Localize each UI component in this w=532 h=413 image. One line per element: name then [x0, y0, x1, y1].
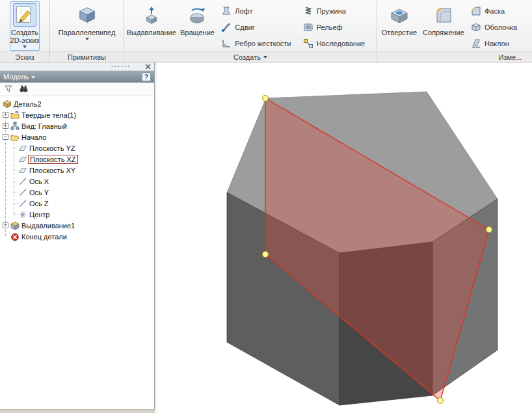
- selected-tree-label: Плоскость XZ: [28, 155, 78, 164]
- center-point-icon: [18, 210, 27, 219]
- filter-icon: [4, 84, 13, 93]
- workplane-icon: [18, 144, 27, 153]
- end-of-part-icon: [10, 232, 20, 241]
- draft-icon: [471, 38, 481, 49]
- modify-small-column: Фаска Оболочка Наклон: [467, 1, 532, 51]
- chevron-down-icon[interactable]: [31, 76, 35, 79]
- coil-icon: [303, 6, 313, 16]
- group-label-modify: Изме...: [377, 51, 532, 62]
- drag-handle-icon[interactable]: [111, 65, 130, 68]
- part-icon: [3, 100, 12, 109]
- group-label-primitives: Примитивы: [50, 51, 124, 62]
- panel-grip-bar[interactable]: [0, 62, 154, 71]
- tree-item-axis-z[interactable]: Ось Z: [0, 198, 154, 209]
- axis-icon: [18, 188, 27, 197]
- fillet-icon: [432, 3, 455, 27]
- extrusion-feature-icon: [10, 221, 20, 230]
- expand-icon[interactable]: [3, 222, 8, 228]
- tree-item-part2[interactable]: Деталь2: [0, 98, 154, 109]
- ribbon: Создать 2D-эскиз Эскиз Параллелепипед: [0, 0, 532, 62]
- axis-icon: [18, 177, 27, 186]
- shell-button[interactable]: Оболочка: [467, 19, 532, 35]
- tree-item-origin[interactable]: Начало: [0, 131, 154, 142]
- model-scene: [157, 62, 532, 413]
- browser-toolbar: [0, 83, 154, 96]
- chamfer-button[interactable]: Фаска: [467, 3, 532, 19]
- chevron-down-icon: [23, 46, 27, 48]
- expand-icon[interactable]: [3, 123, 8, 129]
- graphics-viewport[interactable]: [157, 62, 532, 413]
- plane-grip[interactable]: [263, 252, 269, 258]
- tree-item-axis-x[interactable]: Ось X: [0, 176, 154, 187]
- filter-button[interactable]: [4, 84, 13, 94]
- loft-button[interactable]: Лофт: [217, 3, 299, 19]
- ribbon-group-modify: Отверстие Сопряжение: [377, 0, 532, 62]
- tree-item-view-main[interactable]: Вид: Главный: [0, 120, 154, 131]
- emboss-button[interactable]: Рельеф: [299, 19, 375, 35]
- tree-item-center[interactable]: Центр: [0, 209, 154, 220]
- box-icon: [75, 3, 99, 27]
- collapse-icon[interactable]: [3, 134, 8, 140]
- loft-icon: [221, 6, 232, 16]
- axis-icon: [18, 199, 27, 208]
- rib-icon: [221, 38, 232, 49]
- panel-bottom-edge: [0, 409, 155, 413]
- tree-item-solid-bodies[interactable]: Твердые тела(1): [0, 109, 154, 120]
- model-tree: Деталь2 Твердые тела(1) Вид: Главный: [0, 96, 154, 409]
- browser-title-bar: Модель ?: [0, 71, 154, 83]
- rib-button[interactable]: Ребро жесткости: [217, 35, 299, 51]
- origin-folder-icon: [10, 133, 20, 142]
- button-label: Отверстие: [382, 29, 417, 36]
- coil-button[interactable]: Пружина: [299, 3, 375, 19]
- browser-title[interactable]: Модель: [3, 73, 29, 81]
- tree-item-plane-xz[interactable]: Плоскость XZ: [0, 153, 154, 165]
- plane-grip[interactable]: [438, 398, 444, 404]
- tree-item-plane-xy[interactable]: Плоскость XY: [0, 165, 154, 176]
- revolve-icon: [185, 3, 209, 27]
- workplane-icon: [18, 166, 27, 175]
- sketch-icon: [13, 3, 36, 27]
- box-primitive-button[interactable]: Параллелепипед: [53, 1, 121, 51]
- emboss-icon: [303, 22, 313, 33]
- revolve-button[interactable]: Вращение: [178, 1, 218, 51]
- tree-item-end-of-part[interactable]: Конец детали: [0, 231, 154, 242]
- button-label: 2D-эскиз: [10, 36, 40, 44]
- sweep-icon: [221, 22, 232, 33]
- fillet-button[interactable]: Сопряжение: [420, 1, 467, 51]
- draft-button[interactable]: Наклон: [467, 35, 532, 51]
- binoculars-icon: [19, 84, 29, 93]
- chevron-down-icon: [263, 56, 267, 59]
- create-small-column-1: Лофт Сдвиг Ребро жесткости: [217, 1, 299, 51]
- plane-grip[interactable]: [486, 227, 492, 233]
- expand-icon[interactable]: [3, 112, 8, 118]
- help-button[interactable]: ?: [142, 72, 151, 81]
- tree-item-plane-yz[interactable]: Плоскость YZ: [0, 142, 154, 153]
- shell-icon: [471, 22, 481, 33]
- chevron-down-icon: [85, 38, 89, 40]
- chamfer-icon: [471, 6, 481, 16]
- find-button[interactable]: [19, 84, 29, 94]
- sweep-button[interactable]: Сдвиг: [217, 19, 299, 35]
- view-representation-icon: [10, 122, 20, 131]
- extrude-button[interactable]: Выдавливание: [126, 1, 178, 51]
- tree-item-extrusion1[interactable]: Выдавливание1: [0, 220, 154, 231]
- plane-grip[interactable]: [263, 96, 269, 101]
- ribbon-group-primitives: Параллелепипед Примитивы: [50, 0, 124, 62]
- close-icon[interactable]: [144, 62, 152, 70]
- extrude-icon: [140, 3, 163, 27]
- hole-icon: [388, 3, 411, 27]
- tree-item-axis-y[interactable]: Ось Y: [0, 187, 154, 198]
- derive-button[interactable]: Наследование: [299, 35, 375, 51]
- hole-button[interactable]: Отверстие: [379, 1, 420, 51]
- derive-icon: [303, 38, 313, 49]
- create-small-column-2: Пружина Рельеф Наследо: [299, 1, 375, 51]
- create-2d-sketch-button[interactable]: Создать 2D-эскиз: [10, 1, 40, 51]
- button-label: Создать: [11, 29, 38, 36]
- group-label-sketch: Эскиз: [0, 51, 49, 62]
- solids-folder-icon: [10, 111, 20, 120]
- browser-panel: Модель ? Дета: [0, 62, 155, 409]
- button-label: Вращение: [180, 29, 215, 36]
- button-label: Сопряжение: [423, 29, 464, 36]
- button-label: Выдавливание: [127, 29, 176, 36]
- group-label-create[interactable]: Создать: [124, 51, 377, 62]
